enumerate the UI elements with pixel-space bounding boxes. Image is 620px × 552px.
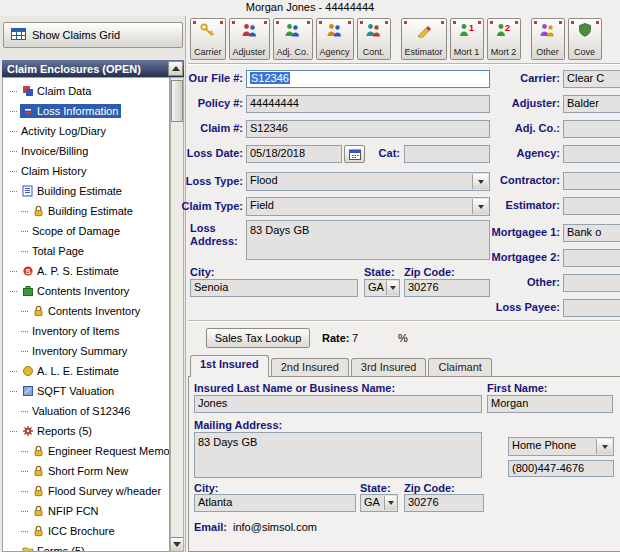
- tree-branch-line: [21, 491, 28, 492]
- contractor-field[interactable]: [563, 172, 620, 190]
- claim-type-label: Claim Type:: [160, 200, 243, 212]
- tree-item[interactable]: Building Estimate: [3, 181, 169, 201]
- svg-text:2: 2: [505, 23, 510, 33]
- loss-date-field[interactable]: 05/18/2018: [246, 145, 342, 163]
- carrier-label: Carrier:: [452, 72, 560, 84]
- loss-city-field[interactable]: Senoia: [190, 279, 358, 297]
- enclosures-header: Claim Enclosures (OPEN): [2, 60, 184, 77]
- window-title: Morgan Jones - 44444444: [0, 0, 620, 16]
- tree-item[interactable]: Activity Log/Diary: [3, 121, 169, 141]
- phone-number-field[interactable]: (800)447-4676: [508, 460, 614, 477]
- tab-claimant[interactable]: Claimant: [428, 358, 491, 377]
- insured-zip-field[interactable]: 30276: [404, 494, 484, 512]
- chevron-down-icon: [388, 501, 394, 505]
- tree-item[interactable]: Total Page: [3, 241, 169, 261]
- toolbar-button-label: Carrier: [194, 47, 222, 57]
- agency-button[interactable]: Agency: [316, 18, 354, 60]
- tree-branch-line: [21, 331, 28, 332]
- show-claims-grid-button[interactable]: Show Claims Grid: [3, 22, 183, 48]
- tree-item[interactable]: Inventory Summary: [3, 341, 169, 361]
- adjuster-label: Adjuster:: [452, 97, 560, 109]
- tree-item[interactable]: Inventory of Items: [3, 321, 169, 341]
- mortgagee-1-field[interactable]: Bank o: [563, 224, 620, 242]
- phone-type-value: Home Phone: [512, 439, 576, 451]
- tree-item[interactable]: NFIP FCN: [3, 501, 169, 521]
- section-divider: [188, 320, 620, 322]
- tree-item[interactable]: Engineer Request Memo: [3, 441, 169, 461]
- calendar-button[interactable]: [344, 145, 365, 163]
- loss-address-label: Loss Address:: [190, 222, 242, 248]
- adjuster-icon: [241, 22, 258, 40]
- tree-item[interactable]: Loss Information: [3, 101, 169, 121]
- loss-state-dropdown-button[interactable]: [386, 281, 398, 295]
- mort-2-button[interactable]: 2Mort 2: [487, 18, 521, 60]
- agency-field[interactable]: [563, 145, 620, 163]
- tree-item[interactable]: Contents Inventory: [3, 301, 169, 321]
- cove-button[interactable]: Cove: [568, 18, 602, 60]
- mortgagee-2-field[interactable]: [563, 249, 620, 267]
- tree-item[interactable]: Flood Survey w/header: [3, 481, 169, 501]
- adjuster-field[interactable]: Balder: [563, 95, 620, 113]
- coverage-icon: [577, 22, 593, 40]
- mortgagee-1-label: Mortgagee 1:: [452, 226, 560, 238]
- tree-item[interactable]: SQFT Valuation: [3, 381, 169, 401]
- estimator-field[interactable]: [563, 197, 620, 215]
- insured-state-combo[interactable]: GA: [360, 494, 398, 512]
- tree-branch-line: [21, 531, 28, 532]
- tree-item[interactable]: Short Form New: [3, 461, 169, 481]
- adjuster-button[interactable]: Adjuster: [229, 18, 270, 60]
- tree-item[interactable]: A. L. E. Estimate: [3, 361, 169, 381]
- tab-2nd-insured[interactable]: 2nd Insured: [271, 358, 349, 377]
- tree-branch-line: [10, 431, 17, 432]
- tree-item[interactable]: Reports (5): [3, 421, 169, 441]
- tree-item[interactable]: Invoice/Billing: [3, 141, 169, 161]
- adj-co-button[interactable]: Adj. Co.: [273, 18, 313, 60]
- insured-state-dropdown-button[interactable]: [384, 496, 396, 510]
- contents-inventory-icon: [21, 285, 34, 297]
- insured-last-name-field[interactable]: Jones: [194, 395, 482, 413]
- tree-item[interactable]: Forms (5): [3, 541, 169, 552]
- tree-item[interactable]: Claim History: [3, 161, 169, 181]
- tree-item-label: NFIP FCN: [48, 505, 99, 517]
- insured-city-field[interactable]: Atlanta: [194, 494, 356, 512]
- first-name-field[interactable]: Morgan: [487, 395, 613, 413]
- loss-date-label: Loss Date:: [160, 147, 243, 159]
- tree-item[interactable]: ICC Brochure: [3, 521, 169, 541]
- tab-1st-insured[interactable]: 1st Insured: [190, 355, 269, 377]
- tree-item[interactable]: Contents Inventory: [3, 281, 169, 301]
- tree-item-label: Activity Log/Diary: [21, 125, 106, 137]
- other-field[interactable]: [563, 274, 620, 292]
- tab-3rd-insured[interactable]: 3rd Insured: [351, 358, 427, 377]
- loss-payee-label: Loss Payee:: [452, 301, 560, 313]
- carrier-button[interactable]: Carrier: [190, 18, 226, 60]
- agency-label: Agency:: [452, 147, 560, 159]
- estimator-button[interactable]: Estimator: [401, 18, 447, 60]
- tree-branch-line: [10, 151, 17, 152]
- lock-icon: [32, 485, 45, 497]
- sales-tax-lookup-button[interactable]: Sales Tax Lookup: [206, 328, 310, 348]
- adj-co-field[interactable]: [563, 120, 620, 138]
- tree-branch-line: [10, 191, 17, 192]
- other-button[interactable]: Other: [531, 18, 565, 60]
- mort-1-button[interactable]: 1Mort 1: [450, 18, 484, 60]
- tree-item[interactable]: Claim Data: [3, 81, 169, 101]
- toolbar-button-label: Other: [536, 47, 559, 57]
- phone-type-combo[interactable]: Home Phone: [508, 437, 614, 456]
- tree-item[interactable]: Building Estimate: [3, 201, 169, 221]
- insured-last-name-label: Insured Last Name or Business Name:: [194, 382, 395, 394]
- carrier-field[interactable]: Clear C: [563, 70, 620, 88]
- phone-type-dropdown-button[interactable]: [596, 439, 612, 454]
- tree-branch-line: [21, 251, 28, 252]
- tree-item[interactable]: SA. P. S. Estimate: [3, 261, 169, 281]
- loss-info-icon: [21, 105, 34, 117]
- loss-payee-field[interactable]: [563, 299, 620, 317]
- other-label: Other:: [452, 276, 560, 288]
- mailing-address-field[interactable]: 83 Days GB: [194, 432, 482, 478]
- tree-item-label: Claim History: [21, 165, 86, 177]
- loss-state-combo[interactable]: GA: [364, 279, 400, 297]
- tree-item[interactable]: Valuation of S12346: [3, 401, 169, 421]
- cont-button[interactable]: Cont.: [357, 18, 391, 60]
- scroll-down-button[interactable]: [171, 537, 183, 551]
- tree-item[interactable]: Scope of Damage: [3, 221, 169, 241]
- toolbar-button-label: Cove: [574, 47, 595, 57]
